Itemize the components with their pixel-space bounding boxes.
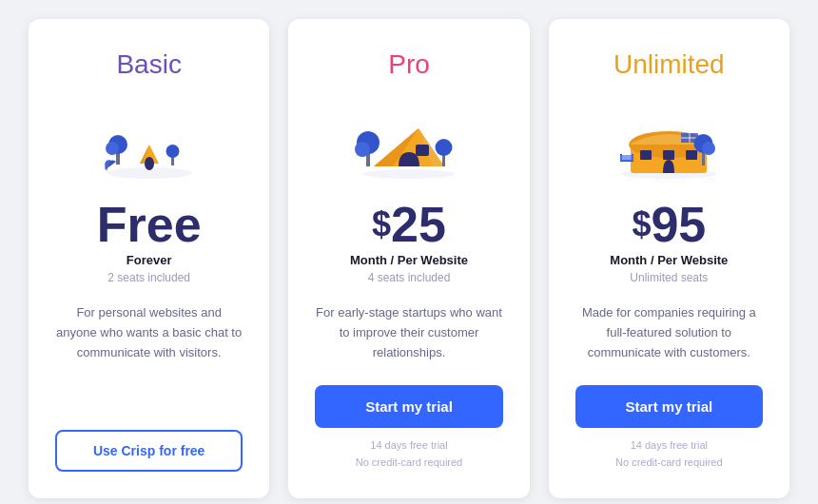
svg-point-18	[435, 139, 452, 156]
plan-title-pro: Pro	[388, 49, 430, 80]
price-seats-pro: 4 seats included	[368, 271, 451, 284]
pricing-card-pro: Pro	[288, 19, 529, 498]
plan-description-pro: For early-stage startups who want to imp…	[315, 303, 502, 362]
svg-point-6	[106, 142, 119, 155]
svg-rect-24	[686, 150, 697, 160]
price-amount-unlimited: $95	[632, 200, 706, 249]
illustration-pro	[347, 95, 471, 181]
plan-title-basic: Basic	[116, 49, 181, 80]
svg-rect-22	[640, 150, 652, 160]
trial-info-pro: 14 days free trialNo credit-card require…	[356, 437, 463, 471]
price-amount-basic: Free	[97, 200, 202, 249]
illustration-unlimited	[607, 95, 730, 181]
plan-title-unlimited: Unlimited	[614, 49, 725, 80]
use-crisp-free-button[interactable]: Use Crisp for free	[55, 430, 243, 472]
svg-rect-13	[416, 145, 429, 156]
price-seats-basic: 2 seats included	[107, 271, 190, 284]
trial-info-unlimited: 14 days free trialNo credit-card require…	[615, 437, 723, 471]
price-amount-pro: $25	[372, 200, 446, 249]
svg-rect-34	[620, 155, 633, 161]
pricing-card-unlimited: Unlimited	[549, 19, 789, 498]
plan-description-unlimited: Made for companies requiring a full-feat…	[575, 303, 763, 362]
svg-point-16	[355, 142, 370, 157]
dollar-sign-pro: $	[372, 207, 391, 242]
start-trial-pro-button[interactable]: Start my trial	[315, 385, 502, 428]
dollar-sign-unlimited: $	[632, 207, 651, 242]
price-forever-basic: Forever	[127, 253, 172, 267]
price-period-unlimited: Month / Per Website	[610, 253, 728, 267]
price-period-pro: Month / Per Website	[350, 253, 468, 267]
pricing-container: Basic Free	[0, 0, 818, 504]
pricing-card-basic: Basic Free	[29, 19, 269, 498]
price-seats-unlimited: Unlimited seats	[630, 271, 708, 284]
svg-point-3	[145, 157, 154, 170]
start-trial-unlimited-button[interactable]: Start my trial	[575, 385, 763, 428]
svg-rect-23	[663, 150, 674, 160]
illustration-basic	[88, 95, 211, 181]
plan-description-basic: For personal websites and anyone who wan…	[55, 303, 243, 407]
svg-point-8	[166, 145, 179, 158]
svg-point-9	[363, 169, 455, 179]
svg-point-30	[702, 142, 715, 155]
